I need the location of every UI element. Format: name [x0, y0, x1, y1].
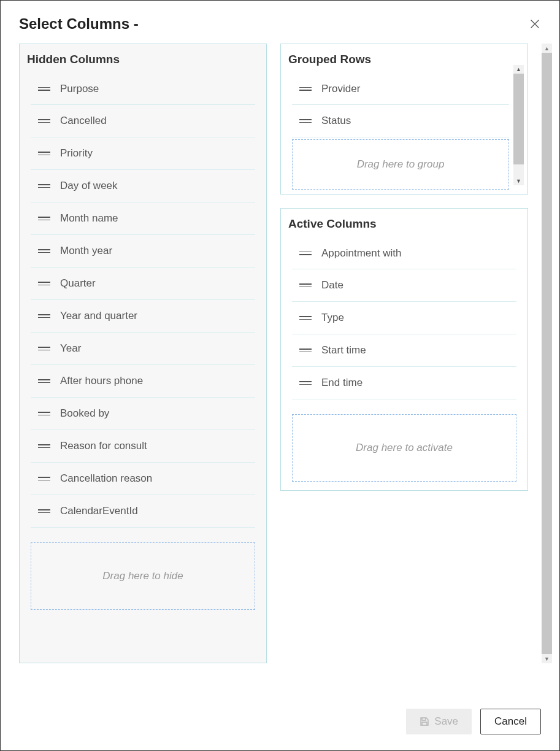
- hidden-column-item[interactable]: Year and quarter: [31, 300, 255, 333]
- active-column-item-label: Date: [319, 279, 343, 291]
- cancel-button[interactable]: Cancel: [480, 709, 541, 734]
- drag-handle-icon[interactable]: [31, 477, 58, 480]
- save-button-label: Save: [434, 715, 458, 728]
- hidden-column-item[interactable]: Purpose: [31, 72, 255, 105]
- drag-handle-icon[interactable]: [292, 283, 319, 287]
- drag-handle-icon[interactable]: [292, 252, 319, 255]
- hidden-column-item-label: Month year: [58, 245, 112, 257]
- close-icon: [530, 19, 540, 29]
- save-icon: [420, 717, 429, 726]
- grouped-scrollbar[interactable]: ▲ ▼: [513, 65, 524, 185]
- hidden-column-item-label: Priority: [58, 147, 93, 160]
- drag-handle-icon[interactable]: [31, 217, 58, 220]
- hidden-column-item-label: After hours phone: [58, 375, 143, 387]
- active-column-item[interactable]: Type: [292, 302, 516, 334]
- scroll-down-icon[interactable]: ▼: [513, 177, 524, 185]
- scroll-thumb[interactable]: [542, 53, 552, 654]
- drag-handle-icon[interactable]: [31, 184, 58, 188]
- hidden-column-item-label: Booked by: [58, 407, 109, 420]
- dialog-footer: Save Cancel: [1, 695, 559, 750]
- active-column-item-label: Start time: [319, 344, 366, 356]
- hidden-column-item[interactable]: Reason for consult: [31, 430, 255, 463]
- hidden-column-item[interactable]: CalendarEventId: [31, 495, 255, 528]
- hidden-columns-panel: Hidden Columns PurposeCancelledPriorityD…: [19, 44, 267, 663]
- drag-handle-icon[interactable]: [31, 249, 58, 253]
- body-scrollbar[interactable]: ▲ ▼: [542, 44, 552, 663]
- hidden-column-item[interactable]: Year: [31, 333, 255, 365]
- active-column-item[interactable]: Appointment with: [292, 237, 516, 269]
- hidden-column-item[interactable]: Priority: [31, 137, 255, 170]
- hidden-column-item[interactable]: Day of week: [31, 170, 255, 202]
- hidden-column-item-label: Cancelled: [58, 115, 107, 127]
- hidden-column-item[interactable]: Month year: [31, 235, 255, 268]
- drag-handle-icon[interactable]: [292, 119, 319, 123]
- drag-handle-icon[interactable]: [31, 314, 58, 318]
- hidden-column-item-label: Purpose: [58, 83, 99, 95]
- hidden-column-item[interactable]: Cancelled: [31, 105, 255, 137]
- save-button[interactable]: Save: [406, 709, 472, 734]
- hidden-column-item-label: Cancellation reason: [58, 472, 152, 485]
- grouped-dropzone[interactable]: Drag here to group: [292, 139, 509, 190]
- active-column-item[interactable]: Start time: [292, 334, 516, 367]
- active-column-item[interactable]: End time: [292, 367, 516, 399]
- hidden-column-item[interactable]: Cancellation reason: [31, 463, 255, 495]
- drag-handle-icon[interactable]: [31, 152, 58, 155]
- hidden-columns-title: Hidden Columns: [20, 44, 266, 72]
- active-dropzone[interactable]: Drag here to activate: [292, 414, 516, 482]
- grouped-row-item[interactable]: Provider: [292, 72, 509, 105]
- active-columns-panel: Active Columns Appointment withDateTypeS…: [280, 208, 528, 491]
- hidden-column-item[interactable]: Quarter: [31, 268, 255, 300]
- hidden-column-item-label: Month name: [58, 212, 118, 225]
- drag-handle-icon[interactable]: [292, 316, 319, 320]
- drag-handle-icon[interactable]: [292, 349, 319, 352]
- grouped-rows-list: ProviderStatus: [281, 72, 527, 137]
- drag-handle-icon[interactable]: [292, 87, 319, 91]
- cancel-button-label: Cancel: [494, 715, 527, 728]
- dialog-body: Hidden Columns PurposeCancelledPriorityD…: [1, 44, 559, 663]
- hidden-column-item-label: Quarter: [58, 277, 96, 290]
- drag-handle-icon[interactable]: [31, 119, 58, 123]
- grouped-rows-panel: Grouped Rows ProviderStatus Drag here to…: [280, 44, 528, 194]
- drag-handle-icon[interactable]: [292, 381, 319, 385]
- hidden-columns-list: PurposeCancelledPriorityDay of weekMonth…: [20, 72, 266, 539]
- dialog-header: Select Columns -: [1, 1, 559, 44]
- drag-handle-icon[interactable]: [31, 379, 58, 383]
- close-button[interactable]: [529, 18, 541, 30]
- scroll-down-icon[interactable]: ▼: [542, 654, 552, 663]
- grouped-rows-title: Grouped Rows: [281, 44, 527, 72]
- grouped-row-item-label: Provider: [319, 83, 360, 95]
- scroll-thumb[interactable]: [513, 74, 524, 164]
- hidden-column-item-label: Year and quarter: [58, 310, 137, 322]
- drag-handle-icon[interactable]: [31, 347, 58, 350]
- drag-handle-icon[interactable]: [31, 87, 58, 91]
- drag-handle-icon[interactable]: [31, 509, 58, 513]
- grouped-row-item-label: Status: [319, 115, 351, 127]
- dialog-title: Select Columns -: [19, 15, 139, 33]
- hidden-column-item[interactable]: After hours phone: [31, 365, 255, 398]
- active-columns-title: Active Columns: [281, 209, 527, 237]
- scroll-up-icon[interactable]: ▲: [542, 44, 552, 53]
- active-columns-list: Appointment withDateTypeStart timeEnd ti…: [281, 237, 527, 410]
- hidden-column-item[interactable]: Month name: [31, 202, 255, 235]
- drag-handle-icon[interactable]: [31, 412, 58, 415]
- hidden-column-item[interactable]: Booked by: [31, 398, 255, 430]
- hidden-column-item-label: Day of week: [58, 180, 118, 192]
- scroll-up-icon[interactable]: ▲: [513, 65, 524, 74]
- active-column-item-label: Type: [319, 312, 344, 324]
- drag-handle-icon[interactable]: [31, 282, 58, 285]
- select-columns-dialog: Select Columns - Hidden Columns PurposeC…: [0, 0, 560, 751]
- active-column-item-label: End time: [319, 377, 362, 389]
- hidden-column-item-label: Year: [58, 342, 81, 355]
- hidden-column-item-label: CalendarEventId: [58, 505, 138, 517]
- drag-handle-icon[interactable]: [31, 444, 58, 448]
- grouped-row-item[interactable]: Status: [292, 105, 509, 137]
- active-column-item[interactable]: Date: [292, 269, 516, 302]
- active-column-item-label: Appointment with: [319, 247, 401, 260]
- hidden-dropzone[interactable]: Drag here to hide: [31, 542, 255, 610]
- hidden-column-item-label: Reason for consult: [58, 440, 147, 452]
